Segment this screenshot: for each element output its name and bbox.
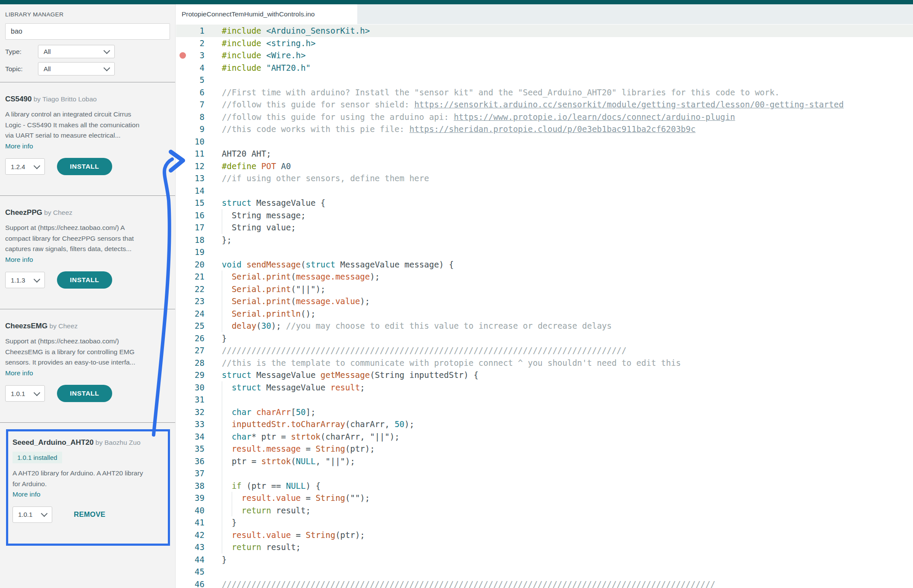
sketch-tab[interactable]: ProtopieConnectTemHumid_withControls.ino — [176, 4, 357, 24]
code-line[interactable]: 16 String message; — [176, 209, 913, 222]
code-line[interactable]: 38 if (ptr == NULL) { — [176, 480, 913, 492]
version-select[interactable]: 1.1.3 — [5, 272, 45, 288]
code-line[interactable]: 25 delay(30); //you may choose to edit t… — [176, 320, 913, 332]
code-line[interactable]: 31 — [176, 393, 913, 406]
line-number: 38 — [176, 480, 205, 492]
line-number: 40 — [176, 504, 205, 517]
code-text: } — [222, 516, 236, 529]
code-text: ////////////////////////////////////////… — [222, 578, 715, 588]
install-button[interactable]: INSTALL — [57, 158, 112, 175]
code-line[interactable]: 45 — [176, 566, 913, 578]
code-line[interactable]: 22 Serial.print("||"); — [176, 283, 913, 296]
description-line: Support at (https://cheez.taobao.com/) — [5, 336, 170, 347]
remove-button[interactable]: REMOVE — [71, 510, 108, 519]
code-line[interactable]: 17 String value; — [176, 221, 913, 234]
indent-guide — [222, 467, 222, 480]
line-number: 44 — [176, 553, 205, 566]
library-name: Seeed_Arduino_AHT20 — [13, 438, 94, 447]
library-card: CheezsEMG by CheezSupport at (https://ch… — [0, 309, 175, 416]
topic-filter-select[interactable]: All — [38, 62, 115, 75]
code-line[interactable]: 1#include <Arduino_SensorKit.h> — [176, 25, 913, 37]
code-text: ////////////////////////////////////////… — [222, 344, 627, 357]
code-line[interactable]: 11AHT20 AHT; — [176, 148, 913, 160]
code-text: String value; — [222, 221, 296, 234]
more-info-link[interactable]: More info — [5, 255, 33, 265]
code-text: void sendMessage(struct MessageValue mes… — [222, 258, 454, 271]
version-value: 1.0.1 — [11, 390, 25, 397]
type-filter-label: Type: — [5, 48, 38, 56]
library-search-input[interactable] — [5, 23, 170, 40]
library-name: CheezsEMG — [5, 322, 47, 330]
code-line[interactable]: 24 Serial.println(); — [176, 308, 913, 320]
code-line[interactable]: 14 — [176, 185, 913, 197]
code-line[interactable]: 6//First time with arduino? Instatl the … — [176, 86, 913, 99]
line-number: 1 — [176, 25, 205, 37]
code-line[interactable]: 32 char charArr[50]; — [176, 406, 913, 418]
code-line[interactable]: 2#include <string.h> — [176, 37, 913, 50]
library-description: Support at (https://cheez.taobao.com/) A… — [5, 223, 170, 265]
version-select[interactable]: 1.2.4 — [5, 158, 45, 175]
code-text: AHT20 AHT; — [222, 148, 271, 160]
type-filter-select[interactable]: All — [38, 45, 115, 58]
code-text: struct MessageValue { — [222, 197, 325, 209]
code-line[interactable]: 37 — [176, 467, 913, 480]
more-info-link[interactable]: More info — [5, 141, 33, 152]
code-line[interactable]: 13//if using other sensors, define them … — [176, 172, 913, 185]
code-line[interactable]: 10 — [176, 135, 913, 148]
code-line[interactable]: 44} — [176, 553, 913, 566]
code-line[interactable]: 39 result.value = String(""); — [176, 492, 913, 504]
code-line[interactable]: 7//follow this guide for sensor shield: … — [176, 98, 913, 111]
code-line[interactable]: 40 return result; — [176, 504, 913, 517]
code-line[interactable]: 42 result.value = String(ptr); — [176, 529, 913, 541]
code-line[interactable]: 41 } — [176, 516, 913, 529]
code-line[interactable]: 36 ptr = strtok(NULL, "||"); — [176, 455, 913, 468]
code-text: result.message = String(ptr); — [222, 443, 375, 455]
code-line[interactable]: 30 struct MessageValue result; — [176, 381, 913, 394]
code-line[interactable]: 33 inputtedStr.toCharArray(charArr, 50); — [176, 418, 913, 431]
code-text: }; — [222, 234, 232, 246]
code-line[interactable]: 35 result.message = String(ptr); — [176, 443, 913, 455]
description-line: captures raw signals, filters data, dete… — [5, 244, 170, 255]
version-select[interactable]: 1.0.1 — [13, 506, 52, 523]
code-line[interactable]: 18}; — [176, 234, 913, 246]
code-line[interactable]: 3#include <Wire.h> — [176, 49, 913, 62]
code-line[interactable]: 23 Serial.print(message.value); — [176, 295, 913, 308]
code-text: #include <Arduino_SensorKit.h> — [222, 25, 370, 37]
code-line[interactable]: 5 — [176, 74, 913, 86]
line-number: 2 — [176, 37, 205, 50]
code-line[interactable]: 4#include "AHT20.h" — [176, 62, 913, 74]
code-line[interactable]: 26} — [176, 332, 913, 345]
code-line[interactable]: 46//////////////////////////////////////… — [176, 578, 913, 588]
library-results-list: CS5490 by Tiago Britto LobaoA library co… — [0, 82, 175, 546]
install-button[interactable]: INSTALL — [57, 385, 112, 402]
code-line[interactable]: 27//////////////////////////////////////… — [176, 344, 913, 357]
library-title: Seeed_Arduino_AHT20 by Baozhu Zuo — [13, 437, 164, 448]
code-line[interactable]: 9//this code works with this pie file: h… — [176, 123, 913, 135]
install-button[interactable]: INSTALL — [57, 271, 112, 289]
line-number: 24 — [176, 308, 205, 320]
code-line[interactable]: 28//this is the template to communicate … — [176, 357, 913, 369]
code-area[interactable]: 1#include <Arduino_SensorKit.h>2#include… — [176, 24, 913, 588]
line-number: 26 — [176, 332, 205, 345]
more-info-link[interactable]: More info — [13, 489, 41, 500]
more-info-link[interactable]: More info — [5, 368, 33, 379]
code-line[interactable]: 15struct MessageValue { — [176, 197, 913, 209]
code-line[interactable]: 20void sendMessage(struct MessageValue m… — [176, 258, 913, 271]
library-actions: 1.1.3INSTALL — [5, 271, 170, 289]
code-line[interactable]: 19 — [176, 246, 913, 258]
sketch-tab-label: ProtopieConnectTemHumid_withControls.ino — [182, 10, 315, 18]
code-line[interactable]: 8//follow this guide for using the ardui… — [176, 111, 913, 123]
library-actions: 1.0.1INSTALL — [5, 385, 170, 402]
code-line[interactable]: 21 Serial.print(message.message); — [176, 270, 913, 283]
chevron-down-icon — [104, 47, 110, 54]
code-line[interactable]: 29struct MessageValue getMessage(String … — [176, 369, 913, 381]
description-line: Logic - CS5490 It makes all the comunica… — [5, 120, 170, 131]
code-line[interactable]: 43 return result; — [176, 541, 913, 553]
library-author: by Cheez — [42, 209, 72, 216]
code-text: Serial.println(); — [222, 308, 315, 320]
code-line[interactable]: 34 char* ptr = strtok(charArr, "||"); — [176, 431, 913, 443]
code-line[interactable]: 12#define POT A0 — [176, 160, 913, 173]
panel-title: LIBRARY MANAGER — [5, 11, 170, 18]
version-select[interactable]: 1.0.1 — [5, 385, 45, 402]
code-editor-pane: ProtopieConnectTemHumid_withControls.ino… — [176, 4, 913, 588]
